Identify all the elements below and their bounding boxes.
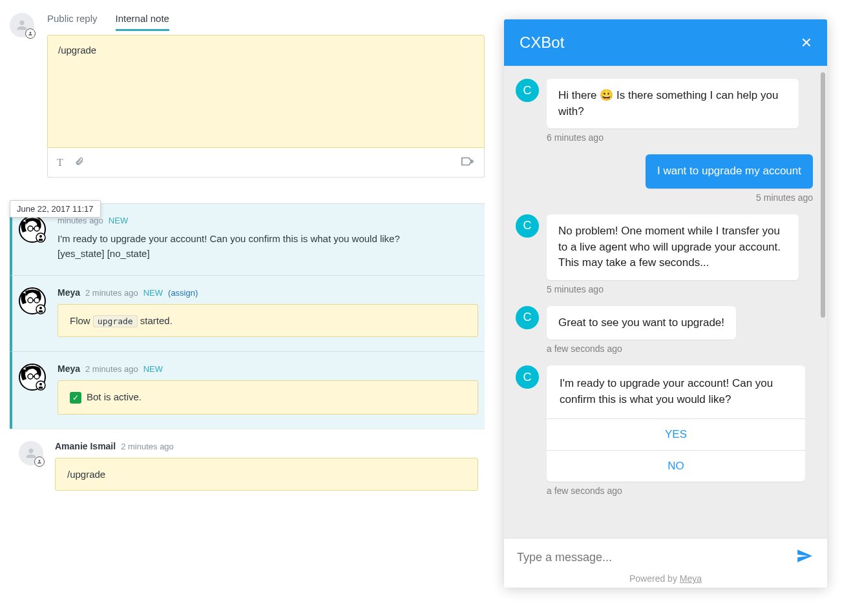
chat-message-bot: C No problem! One moment while I transfe… [516, 214, 822, 280]
chat-message-bot: C Great to see you want to upgrade! [516, 306, 822, 340]
chat-widget: CXBot × C Hi there 😀 Is there something … [504, 19, 827, 588]
ticket-pane: Public reply Internal note /upgrade T [0, 0, 491, 616]
log-entry: Meya 2 minutes ago NEW ✓Bot is active. [10, 352, 485, 429]
svg-point-13 [28, 374, 33, 379]
internal-note: Flow upgrade started. [58, 304, 478, 337]
message-time: a few seconds ago [547, 344, 822, 354]
log-entry: Amanie Ismail 2 minutes ago /upgrade [10, 429, 485, 505]
entry-author: Meya [58, 364, 80, 374]
entry-time: 2 minutes ago [85, 364, 138, 374]
tab-internal-note[interactable]: Internal note [116, 13, 169, 31]
macro-icon[interactable] [461, 156, 475, 170]
text-format-icon[interactable]: T [57, 157, 63, 169]
chat-footer: Powered by Meya [504, 538, 827, 588]
bot-avatar: C [516, 365, 539, 389]
conversation-log: June 22, 2017 11:17 minutes ago NEW I'm … [10, 203, 485, 505]
meya-avatar [19, 364, 46, 391]
powered-by: Powered by Meya [517, 573, 814, 584]
assign-link[interactable]: (assign) [168, 288, 198, 298]
chat-message-card: C I'm ready to upgrade your account! Can… [516, 365, 822, 481]
chat-input[interactable] [517, 551, 795, 564]
chat-title: CXBot [520, 34, 564, 52]
chat-message-user: I want to upgrade my account [516, 154, 822, 189]
svg-point-7 [28, 298, 33, 303]
bot-avatar: C [516, 214, 539, 238]
bot-avatar: C [516, 79, 539, 102]
svg-point-11 [39, 307, 42, 309]
timestamp-tooltip: June 22, 2017 11:17 [10, 200, 101, 218]
meya-link[interactable]: Meya [680, 573, 702, 584]
card-yes-button[interactable]: YES [547, 418, 805, 450]
svg-point-2 [34, 226, 39, 231]
scrollbar[interactable] [821, 72, 825, 318]
new-tag: NEW [109, 216, 128, 225]
svg-point-1 [28, 226, 33, 231]
composer: Public reply Internal note /upgrade T [10, 13, 485, 178]
message-bubble: Hi there 😀 Is there something I can help… [547, 79, 799, 128]
composer-tabs: Public reply Internal note [47, 13, 485, 31]
composer-toolbar: T [47, 148, 485, 178]
bot-avatar: C [516, 306, 539, 329]
entry-author: Amanie Ismail [55, 441, 116, 451]
new-tag: NEW [143, 364, 163, 374]
message-time: 6 minutes ago [547, 132, 822, 143]
tab-public-reply[interactable]: Public reply [47, 13, 98, 31]
card-text: I'm ready to upgrade your account! Can y… [547, 365, 805, 418]
user-avatar [19, 441, 43, 466]
card-no-button[interactable]: NO [547, 450, 805, 482]
chat-message-bot: C Hi there 😀 Is there something I can he… [516, 79, 822, 128]
entry-author: Meya [58, 287, 80, 298]
new-tag: NEW [143, 288, 163, 298]
message-card: I'm ready to upgrade your account! Can y… [547, 365, 805, 481]
svg-point-17 [39, 383, 42, 385]
meya-avatar [19, 287, 46, 314]
internal-note: /upgrade [55, 458, 478, 491]
internal-note-textarea[interactable]: /upgrade [47, 35, 485, 148]
close-icon[interactable]: × [801, 32, 812, 53]
entry-time: 2 minutes ago [121, 442, 174, 451]
chat-header: CXBot × [504, 19, 827, 66]
svg-point-14 [34, 374, 39, 379]
message-bubble: I want to upgrade my account [646, 154, 813, 189]
message-time: 5 minutes ago [547, 284, 822, 294]
chat-pane: CXBot × C Hi there 😀 Is there something … [491, 0, 862, 616]
message-time: 5 minutes ago [516, 192, 813, 203]
chat-body[interactable]: C Hi there 😀 Is there something I can he… [504, 66, 827, 538]
check-icon: ✓ [70, 392, 81, 404]
user-badge-icon [34, 457, 45, 467]
message-bubble: No problem! One moment while I transfer … [547, 214, 799, 280]
log-entry: Meya 2 minutes ago NEW (assign) Flow upg… [10, 276, 485, 352]
send-icon[interactable] [795, 548, 814, 567]
entry-text: I'm ready to upgrade your account! Can y… [58, 232, 478, 261]
meya-avatar [19, 216, 46, 243]
flow-name-chip: upgrade [93, 315, 138, 327]
entry-time: 2 minutes ago [85, 288, 138, 298]
agent-badge-icon [25, 28, 36, 39]
svg-point-8 [34, 298, 39, 303]
message-time: a few seconds ago [547, 486, 822, 496]
log-entry: June 22, 2017 11:17 minutes ago NEW I'm … [10, 203, 485, 276]
message-bubble: Great to see you want to upgrade! [547, 306, 736, 340]
attachment-icon[interactable] [75, 156, 84, 170]
internal-note: ✓Bot is active. [58, 380, 478, 415]
svg-point-5 [39, 235, 42, 238]
agent-avatar [10, 13, 34, 37]
